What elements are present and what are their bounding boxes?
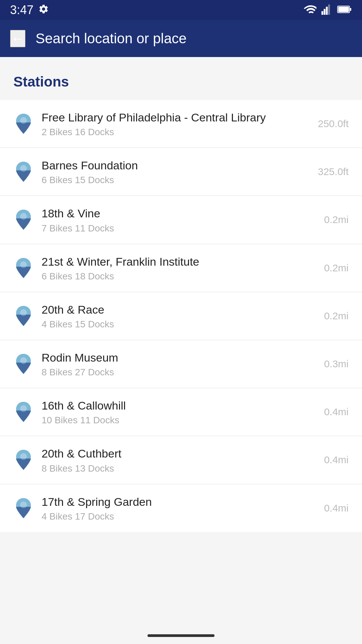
station-distance: 0.3mi xyxy=(302,358,349,370)
settings-icon xyxy=(38,4,49,17)
station-name: Free Library of Philadelphia - Central L… xyxy=(42,110,294,125)
station-name: 17th & Spring Garden xyxy=(42,494,294,509)
location-pin-icon xyxy=(13,112,34,136)
station-info: Barnes Foundation 6 Bikes 15 Docks xyxy=(42,158,294,185)
svg-point-10 xyxy=(20,165,27,172)
svg-rect-6 xyxy=(338,7,349,12)
station-item[interactable]: Free Library of Philadelphia - Central L… xyxy=(0,100,362,148)
station-distance: 325.0ft xyxy=(302,166,349,177)
svg-point-8 xyxy=(20,117,27,124)
svg-point-20 xyxy=(20,405,27,412)
station-name: Rodin Museum xyxy=(42,350,294,365)
station-details: 4 Bikes 17 Docks xyxy=(42,511,294,522)
svg-rect-5 xyxy=(350,8,351,11)
station-item[interactable]: 17th & Spring Garden 4 Bikes 17 Docks 0.… xyxy=(0,484,362,532)
location-pin-icon xyxy=(13,256,34,280)
svg-rect-3 xyxy=(328,4,330,15)
svg-point-12 xyxy=(20,213,27,220)
station-details: 4 Bikes 15 Docks xyxy=(42,319,294,330)
svg-point-22 xyxy=(20,453,27,460)
wifi-icon xyxy=(304,4,316,16)
station-item[interactable]: 16th & Callowhill 10 Bikes 11 Docks 0.4m… xyxy=(0,388,362,436)
station-name: 16th & Callowhill xyxy=(42,398,294,413)
station-name: 18th & Vine xyxy=(42,206,294,221)
svg-point-16 xyxy=(20,309,27,316)
section-title: Stations xyxy=(0,67,362,100)
battery-icon xyxy=(337,5,352,15)
station-distance: 0.2mi xyxy=(302,310,349,322)
station-distance: 0.2mi xyxy=(302,214,349,225)
station-item[interactable]: Rodin Museum 8 Bikes 27 Docks 0.3mi xyxy=(0,340,362,388)
station-info: 16th & Callowhill 10 Bikes 11 Docks xyxy=(42,398,294,426)
station-distance: 250.0ft xyxy=(302,118,349,129)
main-content: Stations Free Library of Philadelphia - … xyxy=(0,57,362,644)
station-name: 21st & Winter, Franklin Institute xyxy=(42,254,294,269)
station-name: 20th & Cuthbert xyxy=(42,446,294,461)
svg-point-18 xyxy=(20,357,27,364)
location-pin-icon xyxy=(13,160,34,183)
home-bar-indicator xyxy=(147,634,215,637)
status-bar: 3:47 xyxy=(0,0,362,20)
station-info: 20th & Race 4 Bikes 15 Docks xyxy=(42,302,294,330)
station-distance: 0.4mi xyxy=(302,502,349,514)
status-time: 3:47 xyxy=(10,3,34,17)
station-item[interactable]: 21st & Winter, Franklin Institute 6 Bike… xyxy=(0,244,362,292)
station-info: 17th & Spring Garden 4 Bikes 17 Docks xyxy=(42,494,294,522)
status-bar-left: 3:47 xyxy=(10,3,49,17)
station-details: 6 Bikes 15 Docks xyxy=(42,175,294,185)
station-name: Barnes Foundation xyxy=(42,158,294,173)
status-icons-right xyxy=(304,4,352,16)
svg-point-14 xyxy=(20,261,27,268)
station-distance: 0.2mi xyxy=(302,262,349,274)
location-pin-icon xyxy=(13,448,34,472)
signal-icon xyxy=(321,4,333,16)
location-pin-icon xyxy=(13,400,34,424)
station-info: Rodin Museum 8 Bikes 27 Docks xyxy=(42,350,294,378)
station-details: 2 Bikes 16 Docks xyxy=(42,127,294,138)
station-details: 10 Bikes 11 Docks xyxy=(42,415,294,426)
station-item[interactable]: 20th & Race 4 Bikes 15 Docks 0.2mi xyxy=(0,292,362,340)
location-pin-icon xyxy=(13,304,34,328)
nav-title: Search location or place xyxy=(36,31,187,47)
station-list: Free Library of Philadelphia - Central L… xyxy=(0,100,362,532)
location-pin-icon xyxy=(13,496,34,520)
station-info: 18th & Vine 7 Bikes 11 Docks xyxy=(42,206,294,233)
location-pin-icon xyxy=(13,352,34,376)
station-distance: 0.4mi xyxy=(302,406,349,418)
home-bar xyxy=(0,627,362,644)
station-details: 6 Bikes 18 Docks xyxy=(42,271,294,282)
station-item[interactable]: Barnes Foundation 6 Bikes 15 Docks 325.0… xyxy=(0,148,362,196)
svg-point-24 xyxy=(20,501,27,508)
svg-rect-2 xyxy=(326,7,327,15)
svg-rect-0 xyxy=(321,11,323,15)
station-details: 7 Bikes 11 Docks xyxy=(42,223,294,234)
nav-bar: ← Search location or place xyxy=(0,20,362,57)
station-distance: 0.4mi xyxy=(302,454,349,466)
station-name: 20th & Race xyxy=(42,302,294,317)
station-info: Free Library of Philadelphia - Central L… xyxy=(42,110,294,138)
station-info: 21st & Winter, Franklin Institute 6 Bike… xyxy=(42,254,294,282)
station-details: 8 Bikes 27 Docks xyxy=(42,367,294,378)
svg-rect-1 xyxy=(324,9,325,15)
station-details: 8 Bikes 13 Docks xyxy=(42,463,294,474)
back-button[interactable]: ← xyxy=(10,30,25,47)
station-info: 20th & Cuthbert 8 Bikes 13 Docks xyxy=(42,446,294,474)
station-item[interactable]: 20th & Cuthbert 8 Bikes 13 Docks 0.4mi xyxy=(0,436,362,484)
location-pin-icon xyxy=(13,208,34,231)
station-item[interactable]: 18th & Vine 7 Bikes 11 Docks 0.2mi xyxy=(0,196,362,244)
